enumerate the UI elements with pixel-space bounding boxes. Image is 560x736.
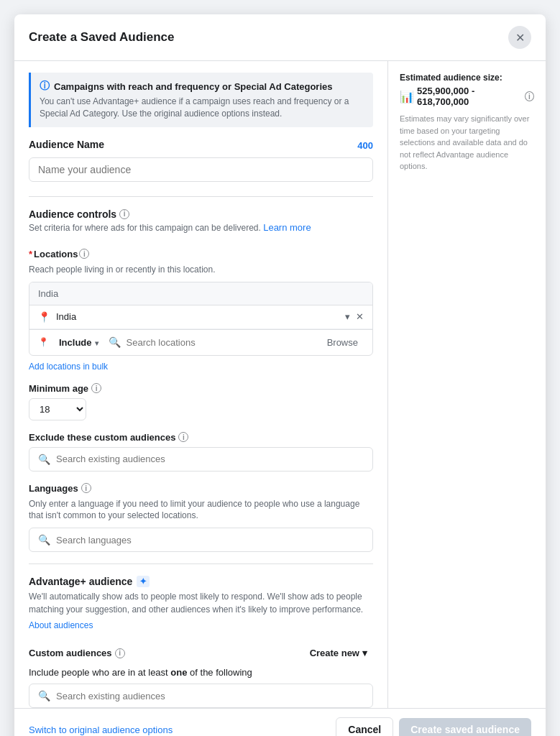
- close-button[interactable]: ✕: [508, 26, 531, 49]
- banner-title-text: Campaigns with reach and frequency or Sp…: [54, 81, 332, 92]
- create-saved-audience-modal: Create a Saved Audience ✕ ⓘ Campaigns wi…: [14, 14, 546, 736]
- custom-audiences-section: Custom audiences i Create new ▾ Include …: [29, 645, 373, 708]
- divider-2: [29, 564, 373, 564]
- minimum-age-select[interactable]: 18 19 20 21: [29, 398, 86, 420]
- exclude-audiences-label: Exclude these custom audiences i: [29, 432, 373, 443]
- location-header-row: India: [29, 282, 372, 305]
- locations-label: * Locations i: [29, 249, 373, 259]
- include-pin-icon: 📍: [38, 337, 49, 347]
- modal-header: Create a Saved Audience ✕: [14, 14, 546, 61]
- char-count: 400: [357, 140, 373, 151]
- estimated-size-label: Estimated audience size:: [400, 73, 534, 83]
- info-banner: ⓘ Campaigns with reach and frequency or …: [29, 73, 373, 127]
- languages-search-icon: 🔍: [38, 534, 50, 546]
- exclude-audiences-info-icon: i: [178, 432, 188, 442]
- languages-search-box: 🔍: [29, 528, 373, 552]
- main-content: ⓘ Campaigns with reach and frequency or …: [14, 61, 387, 708]
- include-chevron-icon: [95, 337, 98, 348]
- locations-subtitle: Reach people living in or recently in th…: [29, 264, 373, 276]
- custom-audiences-header: Custom audiences i Create new ▾: [29, 645, 373, 661]
- include-text: Include people who are in at least one o…: [29, 667, 373, 678]
- minimum-age-label: Minimum age i: [29, 383, 373, 394]
- create-new-chevron-icon: ▾: [362, 648, 367, 658]
- locations-label-text: Locations: [34, 249, 78, 259]
- audience-controls-info-icon: i: [119, 209, 129, 219]
- audience-name-label: Audience Name: [29, 139, 104, 150]
- locations-asterisk: *: [29, 249, 32, 259]
- languages-subtitle: Only enter a language if you need to lim…: [29, 498, 373, 523]
- audience-controls-header: Audience controls i: [29, 208, 373, 220]
- languages-input[interactable]: [56, 535, 364, 546]
- add-locations-bulk-link[interactable]: Add locations in bulk: [29, 362, 373, 372]
- exclude-audiences-input[interactable]: [56, 454, 364, 464]
- custom-audiences-search-icon: 🔍: [38, 690, 50, 702]
- location-item-left: 📍 India: [38, 311, 76, 323]
- modal-body: ⓘ Campaigns with reach and frequency or …: [14, 61, 546, 708]
- create-new-label: Create new: [310, 648, 359, 658]
- modal-footer: Switch to original audience options Canc…: [14, 708, 546, 736]
- switch-to-original-link[interactable]: Switch to original audience options: [29, 724, 173, 735]
- audience-controls-title: Audience controls: [29, 208, 116, 220]
- exclude-audiences-section: Exclude these custom audiences i 🔍: [29, 432, 373, 472]
- location-box: India 📍 India ▾ ✕ 📍: [29, 282, 373, 356]
- info-icon: ⓘ: [40, 80, 50, 93]
- banner-text: You can't use Advantage+ audience if a c…: [40, 96, 364, 120]
- sidebar: Estimated audience size: 📊 525,900,000 -…: [387, 61, 546, 708]
- advantage-section: Advantage+ audience ✦ We'll automaticall…: [29, 576, 373, 630]
- size-info-icon: i: [525, 91, 534, 101]
- exclude-audiences-search-box: 🔍: [29, 447, 373, 472]
- location-item-right: ▾ ✕: [345, 311, 364, 322]
- custom-audiences-info-icon: i: [115, 648, 125, 658]
- about-audiences-link[interactable]: About audiences: [29, 620, 93, 630]
- create-new-button[interactable]: Create new ▾: [304, 645, 373, 661]
- footer-right: Cancel Create saved audience: [336, 717, 531, 736]
- custom-audiences-input[interactable]: [56, 691, 364, 702]
- custom-audiences-search-box: 🔍: [29, 684, 373, 708]
- create-saved-audience-button[interactable]: Create saved audience: [399, 718, 531, 736]
- locations-section: * Locations i Reach people living in or …: [29, 249, 373, 372]
- info-banner-title: ⓘ Campaigns with reach and frequency or …: [40, 80, 364, 93]
- browse-button[interactable]: Browse: [321, 334, 364, 351]
- location-search-row: 📍 Include 🔍 Browse: [29, 330, 372, 355]
- exclude-audiences-search-icon: 🔍: [38, 454, 50, 465]
- minimum-age-section: Minimum age i 18 19 20 21: [29, 383, 373, 420]
- languages-info-icon: i: [81, 483, 91, 493]
- include-button[interactable]: Include: [55, 334, 103, 351]
- advantage-text: We'll automatically show ads to people m…: [29, 590, 373, 616]
- modal-title: Create a Saved Audience: [29, 30, 175, 45]
- divider-1: [29, 196, 373, 197]
- custom-audiences-label: Custom audiences i: [29, 648, 125, 658]
- minimum-age-info-icon: i: [91, 383, 101, 393]
- cancel-button[interactable]: Cancel: [336, 717, 393, 736]
- locations-info-icon: i: [79, 249, 89, 259]
- audience-controls-subtitle: Set criteria for where ads for this camp…: [29, 221, 373, 234]
- audience-name-input[interactable]: [29, 157, 373, 182]
- include-label: Include: [59, 337, 92, 348]
- location-pin-icon: 📍: [38, 311, 50, 323]
- chart-icon: 📊: [400, 90, 414, 104]
- audience-name-section: Audience Name 400: [29, 139, 373, 182]
- one-bold: one: [170, 667, 187, 678]
- location-item: 📍 India ▾ ✕: [29, 305, 372, 329]
- estimated-size-value: 📊 525,900,000 - 618,700,000 i: [400, 86, 534, 107]
- advantage-icon: ✦: [137, 576, 150, 587]
- learn-more-link[interactable]: Learn more: [263, 222, 311, 233]
- search-locations-icon: 🔍: [109, 336, 121, 348]
- sidebar-note: Estimates may vary significantly over ti…: [400, 113, 534, 172]
- location-item-name: India: [56, 311, 76, 322]
- languages-label: Languages i: [29, 483, 373, 494]
- languages-section: Languages i Only enter a language if you…: [29, 483, 373, 553]
- audience-controls-section: Audience controls i Set criteria for whe…: [29, 208, 373, 234]
- location-dropdown-button[interactable]: ▾: [345, 311, 350, 322]
- location-remove-button[interactable]: ✕: [356, 311, 364, 322]
- selected-country-label: India: [38, 288, 58, 299]
- search-locations-input[interactable]: [127, 337, 316, 348]
- advantage-title: Advantage+ audience ✦: [29, 576, 373, 587]
